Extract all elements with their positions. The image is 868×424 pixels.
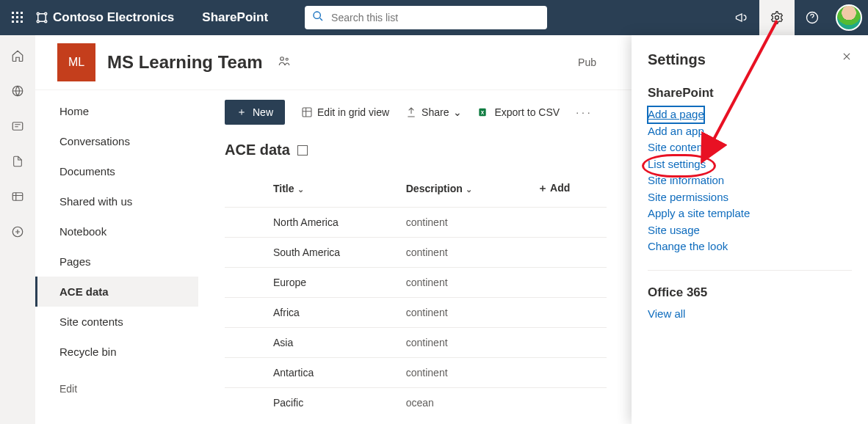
nav-item-notebook[interactable]: Notebook bbox=[35, 216, 198, 246]
user-avatar[interactable] bbox=[836, 4, 862, 31]
svg-rect-13 bbox=[303, 108, 311, 117]
left-rail bbox=[0, 35, 35, 424]
close-icon bbox=[842, 51, 852, 62]
grid-icon bbox=[301, 106, 313, 118]
chevron-down-icon: ⌄ bbox=[466, 185, 472, 194]
nav-item-recycle-bin[interactable]: Recycle bin bbox=[35, 337, 198, 367]
chevron-down-icon: ⌄ bbox=[453, 106, 462, 118]
table-row[interactable]: South Americacontinent bbox=[225, 238, 607, 268]
share-button[interactable]: Share ⌄ bbox=[405, 106, 462, 118]
cell-description: continent bbox=[400, 238, 532, 268]
chevron-down-icon: ⌄ bbox=[297, 185, 304, 194]
edit-grid-button[interactable]: Edit in grid view bbox=[301, 106, 389, 118]
cell-description: continent bbox=[400, 268, 532, 298]
settings-link-change-look[interactable]: Change the look bbox=[648, 238, 852, 255]
column-header-description[interactable]: Description⌄ bbox=[400, 173, 532, 208]
cell-description: continent bbox=[400, 298, 532, 328]
new-button-label: New bbox=[253, 106, 273, 118]
cell-title[interactable]: North America bbox=[267, 208, 400, 238]
rail-add-icon[interactable] bbox=[10, 224, 25, 239]
table-row[interactable]: Asiacontinent bbox=[225, 328, 607, 358]
nav-edit-link[interactable]: Edit bbox=[35, 374, 198, 403]
nav-item-shared[interactable]: Shared with us bbox=[35, 186, 198, 216]
settings-section-office365: Office 365 bbox=[648, 285, 852, 300]
rail-news-icon[interactable] bbox=[10, 119, 25, 134]
svg-point-2 bbox=[37, 21, 39, 23]
settings-panel: Settings SharePoint Add a page Add an ap… bbox=[632, 35, 868, 424]
table-row[interactable]: Africacontinent bbox=[225, 298, 607, 328]
settings-link-add-page[interactable]: Add a page bbox=[648, 106, 704, 123]
list-table: Title⌄ Description⌄ ＋ Add North Americac… bbox=[225, 173, 607, 417]
settings-gear-button[interactable] bbox=[759, 0, 795, 35]
settings-link-apply-template[interactable]: Apply a site template bbox=[648, 205, 852, 222]
nav-item-pages[interactable]: Pages bbox=[35, 246, 198, 277]
favorite-toggle-icon[interactable] bbox=[297, 145, 308, 156]
nav-item-ace-data[interactable]: ACE data bbox=[35, 277, 198, 307]
megaphone-button[interactable] bbox=[724, 0, 759, 35]
table-row[interactable]: North Americacontinent bbox=[225, 208, 607, 238]
svg-rect-9 bbox=[12, 193, 23, 201]
settings-panel-title: Settings bbox=[648, 51, 852, 68]
panel-divider bbox=[648, 270, 852, 271]
cell-description: continent bbox=[400, 358, 532, 388]
svg-point-0 bbox=[37, 12, 39, 15]
cell-title[interactable]: Asia bbox=[267, 328, 400, 358]
settings-link-site-permissions[interactable]: Site permissions bbox=[648, 189, 852, 206]
svg-point-11 bbox=[280, 57, 283, 61]
cell-title[interactable]: Africa bbox=[267, 298, 400, 328]
add-column-button[interactable]: ＋ Add bbox=[532, 173, 607, 208]
plus-icon: ＋ bbox=[236, 106, 247, 119]
export-csv-button[interactable]: X Export to CSV bbox=[478, 106, 560, 118]
rail-home-icon[interactable] bbox=[10, 48, 25, 63]
nav-item-conversations[interactable]: Conversations bbox=[35, 126, 198, 156]
search-box[interactable] bbox=[305, 6, 547, 29]
column-header-title[interactable]: Title⌄ bbox=[267, 173, 400, 208]
share-icon bbox=[405, 106, 417, 118]
nav-item-site-contents[interactable]: Site contents bbox=[35, 307, 198, 337]
app-launcher-button[interactable] bbox=[0, 12, 35, 23]
cell-title[interactable]: South America bbox=[267, 238, 400, 268]
share-label: Share bbox=[422, 106, 449, 118]
overflow-button[interactable]: · · · bbox=[576, 106, 590, 118]
close-panel-button[interactable] bbox=[842, 51, 852, 65]
svg-point-12 bbox=[286, 58, 288, 60]
settings-link-list-settings[interactable]: List settings bbox=[648, 156, 706, 173]
svg-point-4 bbox=[314, 12, 320, 18]
more-icon: · · · bbox=[576, 106, 590, 118]
cell-title[interactable]: Pacific bbox=[267, 388, 400, 418]
excel-icon: X bbox=[478, 106, 490, 118]
plus-icon: ＋ bbox=[538, 182, 548, 194]
settings-link-add-app[interactable]: Add an app bbox=[648, 123, 852, 140]
nav-item-documents[interactable]: Documents bbox=[35, 156, 198, 186]
new-button[interactable]: ＋ New bbox=[225, 100, 285, 125]
list-title: ACE data bbox=[225, 142, 290, 158]
cell-title[interactable]: Europe bbox=[267, 268, 400, 298]
help-button[interactable] bbox=[795, 0, 830, 35]
site-name[interactable]: MS Learning Team bbox=[107, 52, 263, 73]
site-logo[interactable]: ML bbox=[57, 43, 95, 81]
table-row[interactable]: Europecontinent bbox=[225, 268, 607, 298]
cell-description: ocean bbox=[400, 388, 532, 418]
rail-globe-icon[interactable] bbox=[10, 84, 25, 98]
tenant-brand[interactable]: Contoso Electronics bbox=[35, 10, 174, 25]
settings-link-site-usage[interactable]: Site usage bbox=[648, 222, 852, 239]
edit-grid-label: Edit in grid view bbox=[317, 106, 389, 118]
tenant-name: Contoso Electronics bbox=[53, 10, 174, 25]
suite-header: Contoso Electronics SharePoint bbox=[0, 0, 868, 35]
settings-link-view-all[interactable]: View all bbox=[648, 306, 852, 323]
teams-icon[interactable] bbox=[278, 54, 291, 70]
search-icon bbox=[312, 10, 324, 25]
table-row[interactable]: Antarticacontinent bbox=[225, 358, 607, 388]
nav-item-home[interactable]: Home bbox=[35, 96, 198, 126]
table-row[interactable]: Pacificocean bbox=[225, 388, 607, 418]
search-input[interactable] bbox=[331, 12, 540, 23]
svg-point-5 bbox=[775, 16, 779, 20]
cell-title[interactable]: Antartica bbox=[267, 358, 400, 388]
svg-point-3 bbox=[45, 21, 47, 23]
rail-files-icon[interactable] bbox=[10, 154, 25, 169]
cell-description: continent bbox=[400, 208, 532, 238]
brand-icon bbox=[35, 11, 48, 24]
app-name[interactable]: SharePoint bbox=[202, 10, 268, 25]
site-status: Pub bbox=[578, 56, 596, 68]
rail-list-icon[interactable] bbox=[10, 189, 25, 204]
